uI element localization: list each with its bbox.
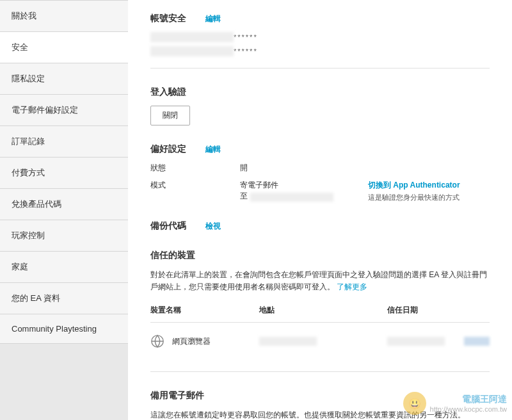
divider	[150, 68, 490, 69]
login-verification-title: 登入驗證	[150, 86, 186, 98]
close-button[interactable]: 關閉	[150, 106, 190, 125]
sidebar-item-playtesting[interactable]: Community Playtesting	[0, 314, 128, 344]
edit-preferences-link[interactable]: 編輯	[205, 144, 221, 155]
login-verification-section: 登入驗證 關閉	[150, 86, 490, 125]
preferences-title: 偏好設定	[150, 143, 186, 155]
watermark-brand: 電腦王阿達	[430, 393, 507, 405]
device-name: 網頁瀏覽器	[172, 336, 211, 347]
mode-to-label: 至	[240, 191, 248, 202]
sidebar-item-player-control[interactable]: 玩家控制	[0, 220, 128, 252]
edit-account-security-link[interactable]: 編輯	[205, 13, 221, 24]
switch-authenticator-link[interactable]: 切換到 App Authenticator	[368, 180, 490, 191]
sidebar-item-security[interactable]: 安全	[0, 32, 128, 63]
sidebar-item-about[interactable]: 關於我	[0, 0, 128, 32]
sidebar-item-payment[interactable]: 付費方式	[0, 158, 128, 189]
masked-field	[150, 32, 234, 42]
masked-action[interactable]	[464, 337, 490, 346]
account-security-title: 帳號安全	[150, 13, 186, 24]
main-content: 帳號安全 編輯 ****** ****** 登入驗證 關閉 偏好設定 編輯	[128, 0, 512, 420]
backup-codes-section: 備份代碼 檢視	[150, 220, 490, 232]
masked-email	[250, 193, 333, 202]
account-security-section: 帳號安全 編輯 ****** ******	[150, 13, 490, 69]
status-label: 狀態	[150, 163, 240, 174]
sidebar-item-privacy[interactable]: 隱私設定	[0, 63, 128, 95]
table-header: 裝置名稱 地點 信任日期	[150, 305, 490, 323]
switch-desc: 這是驗證您身分最快速的方式	[368, 193, 460, 201]
watermark-logo-icon: 😃	[403, 392, 426, 415]
masked-date	[387, 337, 445, 346]
col-device-name: 裝置名稱	[150, 305, 259, 316]
watermark-url: http://www.kocpc.com.tw	[430, 405, 507, 414]
mode-value: 寄電子郵件	[240, 180, 368, 191]
watermark: 😃 電腦王阿達 http://www.kocpc.com.tw	[403, 392, 507, 415]
masked-field	[150, 46, 234, 56]
sidebar-item-redeem[interactable]: 兌換產品代碼	[0, 189, 128, 220]
masked-value: ******	[234, 33, 258, 41]
divider	[150, 371, 490, 372]
sidebar-item-family[interactable]: 家庭	[0, 252, 128, 283]
view-backup-codes-link[interactable]: 檢視	[205, 221, 221, 232]
trusted-devices-title: 信任的裝置	[150, 250, 195, 261]
col-location: 地點	[259, 305, 387, 316]
sidebar-item-ea-data[interactable]: 您的 EA 資料	[0, 283, 128, 314]
table-row: 網頁瀏覽器	[150, 323, 490, 360]
masked-value: ******	[234, 47, 258, 55]
sidebar-item-email-pref[interactable]: 電子郵件偏好設定	[0, 95, 128, 126]
learn-more-link[interactable]: 了解更多	[337, 282, 367, 291]
preferences-section: 偏好設定 編輯 狀態 開 模式 寄電子郵件 至 切換到 App Authenti…	[150, 143, 490, 202]
globe-icon	[150, 334, 164, 348]
trusted-devices-section: 信任的裝置 對於在此清單上的裝置，在會詢問包含在您帳戶管理頁面中之登入驗證問題的…	[150, 250, 490, 372]
backup-codes-title: 備份代碼	[150, 220, 186, 232]
sidebar: 關於我 安全 隱私設定 電子郵件偏好設定 訂單記錄 付費方式 兌換產品代碼 玩家…	[0, 0, 128, 420]
mode-label: 模式	[150, 180, 240, 202]
status-value: 開	[240, 163, 368, 174]
masked-location	[259, 337, 317, 346]
sidebar-item-orders[interactable]: 訂單記錄	[0, 126, 128, 158]
trusted-devices-desc: 對於在此清單上的裝置，在會詢問包含在您帳戶管理頁面中之登入驗證問題的選擇 EA …	[150, 269, 490, 293]
col-trust-date: 信任日期	[387, 305, 490, 316]
backup-email-title: 備用電子郵件	[150, 390, 204, 401]
